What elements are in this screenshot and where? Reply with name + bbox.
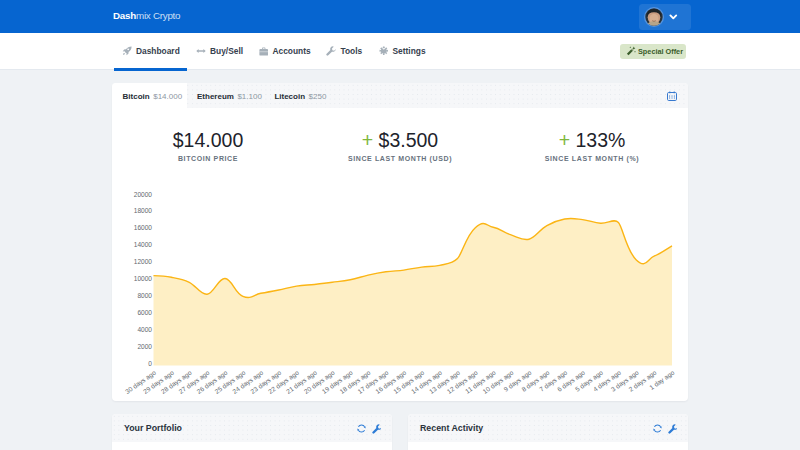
svg-text:12000: 12000 bbox=[134, 258, 153, 265]
svg-text:8000: 8000 bbox=[137, 292, 152, 299]
svg-text:18000: 18000 bbox=[134, 207, 153, 214]
svg-text:14000: 14000 bbox=[134, 241, 153, 248]
svg-text:2000: 2000 bbox=[137, 343, 152, 350]
svg-text:0: 0 bbox=[148, 360, 152, 367]
svg-text:20000: 20000 bbox=[134, 191, 153, 198]
svg-text:4000: 4000 bbox=[137, 326, 152, 333]
svg-text:10000: 10000 bbox=[134, 275, 153, 282]
svg-text:6000: 6000 bbox=[137, 309, 152, 316]
svg-text:16000: 16000 bbox=[134, 224, 153, 231]
